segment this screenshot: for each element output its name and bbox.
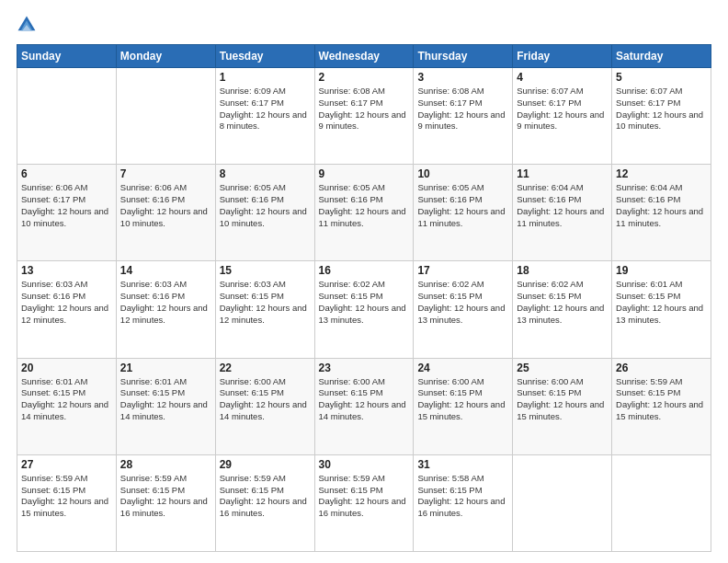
day-info: Sunrise: 6:02 AM Sunset: 6:15 PM Dayligh… bbox=[417, 279, 508, 326]
day-cell: 3Sunrise: 6:08 AM Sunset: 6:17 PM Daylig… bbox=[414, 68, 513, 165]
day-number: 14 bbox=[120, 264, 211, 277]
day-number: 19 bbox=[616, 264, 707, 277]
day-number: 15 bbox=[220, 264, 311, 277]
day-info: Sunrise: 5:59 AM Sunset: 6:15 PM Dayligh… bbox=[220, 473, 311, 520]
day-cell: 24Sunrise: 6:00 AM Sunset: 6:15 PM Dayli… bbox=[414, 358, 513, 454]
day-cell: 19Sunrise: 6:01 AM Sunset: 6:15 PM Dayli… bbox=[612, 261, 711, 358]
day-info: Sunrise: 6:03 AM Sunset: 6:16 PM Dayligh… bbox=[120, 279, 211, 326]
day-number: 1 bbox=[220, 71, 311, 84]
day-number: 9 bbox=[319, 167, 410, 180]
col-header-saturday: Saturday bbox=[612, 45, 711, 68]
day-cell: 15Sunrise: 6:03 AM Sunset: 6:15 PM Dayli… bbox=[215, 261, 314, 358]
day-number: 25 bbox=[517, 362, 608, 374]
day-number: 8 bbox=[220, 167, 311, 180]
day-number: 6 bbox=[21, 167, 112, 180]
day-info: Sunrise: 6:00 AM Sunset: 6:15 PM Dayligh… bbox=[417, 376, 508, 423]
day-cell: 31Sunrise: 5:58 AM Sunset: 6:15 PM Dayli… bbox=[414, 454, 513, 551]
day-cell: 17Sunrise: 6:02 AM Sunset: 6:15 PM Dayli… bbox=[414, 261, 513, 358]
day-cell: 26Sunrise: 5:59 AM Sunset: 6:15 PM Dayli… bbox=[612, 358, 711, 454]
week-row-2: 6Sunrise: 6:06 AM Sunset: 6:17 PM Daylig… bbox=[17, 165, 711, 261]
day-number: 29 bbox=[220, 458, 311, 471]
day-info: Sunrise: 6:07 AM Sunset: 6:17 PM Dayligh… bbox=[616, 86, 707, 132]
week-row-5: 27Sunrise: 5:59 AM Sunset: 6:15 PM Dayli… bbox=[17, 454, 711, 551]
day-number: 3 bbox=[417, 71, 508, 84]
week-row-4: 20Sunrise: 6:01 AM Sunset: 6:15 PM Dayli… bbox=[17, 358, 711, 454]
day-cell bbox=[17, 68, 117, 165]
day-info: Sunrise: 6:02 AM Sunset: 6:15 PM Dayligh… bbox=[517, 279, 608, 326]
day-number: 20 bbox=[21, 362, 112, 374]
day-info: Sunrise: 5:59 AM Sunset: 6:15 PM Dayligh… bbox=[21, 473, 112, 520]
day-cell: 27Sunrise: 5:59 AM Sunset: 6:15 PM Dayli… bbox=[17, 454, 117, 551]
calendar-table: SundayMondayTuesdayWednesdayThursdayFrid… bbox=[17, 44, 711, 552]
day-info: Sunrise: 6:03 AM Sunset: 6:16 PM Dayligh… bbox=[21, 279, 112, 326]
col-header-monday: Monday bbox=[116, 45, 215, 68]
col-header-sunday: Sunday bbox=[17, 45, 117, 68]
day-cell bbox=[612, 454, 711, 551]
day-info: Sunrise: 6:08 AM Sunset: 6:17 PM Dayligh… bbox=[319, 86, 410, 132]
day-cell: 9Sunrise: 6:05 AM Sunset: 6:16 PM Daylig… bbox=[314, 165, 414, 261]
day-info: Sunrise: 6:01 AM Sunset: 6:15 PM Dayligh… bbox=[120, 376, 211, 423]
day-number: 18 bbox=[517, 264, 608, 277]
day-cell: 10Sunrise: 6:05 AM Sunset: 6:16 PM Dayli… bbox=[414, 165, 513, 261]
day-cell: 28Sunrise: 5:59 AM Sunset: 6:15 PM Dayli… bbox=[116, 454, 215, 551]
day-info: Sunrise: 6:06 AM Sunset: 6:17 PM Dayligh… bbox=[21, 182, 112, 229]
day-cell: 8Sunrise: 6:05 AM Sunset: 6:16 PM Daylig… bbox=[215, 165, 314, 261]
day-cell: 6Sunrise: 6:06 AM Sunset: 6:17 PM Daylig… bbox=[17, 165, 117, 261]
col-header-thursday: Thursday bbox=[414, 45, 513, 68]
day-info: Sunrise: 6:05 AM Sunset: 6:16 PM Dayligh… bbox=[220, 182, 311, 229]
page: SundayMondayTuesdayWednesdayThursdayFrid… bbox=[0, 0, 728, 563]
day-info: Sunrise: 6:03 AM Sunset: 6:15 PM Dayligh… bbox=[220, 279, 311, 326]
day-info: Sunrise: 6:04 AM Sunset: 6:16 PM Dayligh… bbox=[616, 182, 707, 229]
day-cell: 13Sunrise: 6:03 AM Sunset: 6:16 PM Dayli… bbox=[17, 261, 117, 358]
day-number: 5 bbox=[616, 71, 707, 84]
day-number: 17 bbox=[417, 264, 508, 277]
day-info: Sunrise: 6:05 AM Sunset: 6:16 PM Dayligh… bbox=[417, 182, 508, 229]
calendar-header-row: SundayMondayTuesdayWednesdayThursdayFrid… bbox=[17, 45, 711, 68]
day-cell: 7Sunrise: 6:06 AM Sunset: 6:16 PM Daylig… bbox=[116, 165, 215, 261]
day-cell: 5Sunrise: 6:07 AM Sunset: 6:17 PM Daylig… bbox=[612, 68, 711, 165]
week-row-3: 13Sunrise: 6:03 AM Sunset: 6:16 PM Dayli… bbox=[17, 261, 711, 358]
week-row-1: 1Sunrise: 6:09 AM Sunset: 6:17 PM Daylig… bbox=[17, 68, 711, 165]
day-number: 2 bbox=[319, 71, 410, 84]
day-number: 13 bbox=[21, 264, 112, 277]
day-info: Sunrise: 6:00 AM Sunset: 6:15 PM Dayligh… bbox=[319, 376, 410, 423]
logo-icon bbox=[17, 15, 37, 35]
day-cell: 22Sunrise: 6:00 AM Sunset: 6:15 PM Dayli… bbox=[215, 358, 314, 454]
day-cell: 30Sunrise: 5:59 AM Sunset: 6:15 PM Dayli… bbox=[314, 454, 414, 551]
col-header-tuesday: Tuesday bbox=[215, 45, 314, 68]
day-number: 21 bbox=[120, 362, 211, 374]
day-info: Sunrise: 6:01 AM Sunset: 6:15 PM Dayligh… bbox=[21, 376, 112, 423]
day-info: Sunrise: 6:01 AM Sunset: 6:15 PM Dayligh… bbox=[616, 279, 707, 326]
day-cell: 29Sunrise: 5:59 AM Sunset: 6:15 PM Dayli… bbox=[215, 454, 314, 551]
day-info: Sunrise: 5:59 AM Sunset: 6:15 PM Dayligh… bbox=[616, 376, 707, 423]
day-cell: 14Sunrise: 6:03 AM Sunset: 6:16 PM Dayli… bbox=[116, 261, 215, 358]
day-number: 27 bbox=[21, 458, 112, 471]
day-number: 11 bbox=[517, 167, 608, 180]
day-cell: 21Sunrise: 6:01 AM Sunset: 6:15 PM Dayli… bbox=[116, 358, 215, 454]
day-cell: 2Sunrise: 6:08 AM Sunset: 6:17 PM Daylig… bbox=[314, 68, 414, 165]
day-number: 16 bbox=[319, 264, 410, 277]
day-number: 12 bbox=[616, 167, 707, 180]
header bbox=[17, 15, 711, 35]
day-number: 10 bbox=[417, 167, 508, 180]
day-cell: 23Sunrise: 6:00 AM Sunset: 6:15 PM Dayli… bbox=[314, 358, 414, 454]
day-info: Sunrise: 5:58 AM Sunset: 6:15 PM Dayligh… bbox=[417, 473, 508, 520]
day-info: Sunrise: 6:06 AM Sunset: 6:16 PM Dayligh… bbox=[120, 182, 211, 229]
day-number: 26 bbox=[616, 362, 707, 374]
day-info: Sunrise: 6:02 AM Sunset: 6:15 PM Dayligh… bbox=[319, 279, 410, 326]
day-number: 30 bbox=[319, 458, 410, 471]
day-number: 28 bbox=[120, 458, 211, 471]
day-number: 31 bbox=[417, 458, 508, 471]
day-number: 7 bbox=[120, 167, 211, 180]
day-cell: 4Sunrise: 6:07 AM Sunset: 6:17 PM Daylig… bbox=[513, 68, 612, 165]
day-info: Sunrise: 6:04 AM Sunset: 6:16 PM Dayligh… bbox=[517, 182, 608, 229]
day-info: Sunrise: 5:59 AM Sunset: 6:15 PM Dayligh… bbox=[120, 473, 211, 520]
day-cell bbox=[513, 454, 612, 551]
day-cell: 1Sunrise: 6:09 AM Sunset: 6:17 PM Daylig… bbox=[215, 68, 314, 165]
day-cell: 18Sunrise: 6:02 AM Sunset: 6:15 PM Dayli… bbox=[513, 261, 612, 358]
col-header-wednesday: Wednesday bbox=[314, 45, 414, 68]
day-number: 23 bbox=[319, 362, 410, 374]
day-cell: 20Sunrise: 6:01 AM Sunset: 6:15 PM Dayli… bbox=[17, 358, 117, 454]
day-cell: 25Sunrise: 6:00 AM Sunset: 6:15 PM Dayli… bbox=[513, 358, 612, 454]
day-cell: 16Sunrise: 6:02 AM Sunset: 6:15 PM Dayli… bbox=[314, 261, 414, 358]
